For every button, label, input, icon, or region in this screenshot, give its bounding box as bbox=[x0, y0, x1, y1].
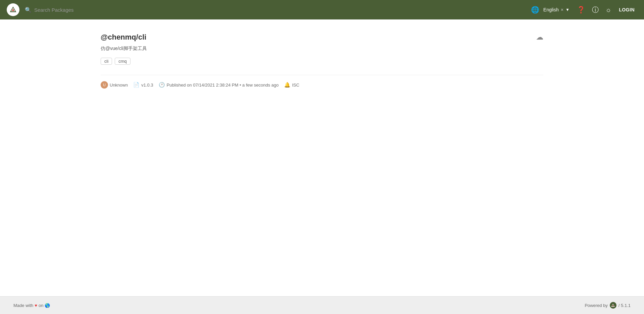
package-meta: U Unknown 📄 v1.0.3 🕐 Published on 07/14/… bbox=[101, 75, 543, 89]
footer: Made with ♥ on 🌎 Powered by / 5.1.1 bbox=[0, 296, 644, 314]
footer-logo bbox=[610, 302, 616, 309]
language-label: English bbox=[543, 7, 559, 12]
powered-by-text: Powered by bbox=[585, 303, 608, 308]
version-icon: 📄 bbox=[133, 82, 140, 88]
help-icon[interactable]: ❓ bbox=[575, 4, 587, 16]
version-meta: 📄 v1.0.3 bbox=[133, 82, 153, 88]
login-button[interactable]: LOGIN bbox=[616, 6, 637, 14]
earth-icon: 🌎 bbox=[45, 303, 50, 308]
package-version: v1.0.3 bbox=[141, 83, 153, 88]
author-meta: U Unknown bbox=[101, 81, 128, 89]
on-text: on bbox=[39, 303, 43, 308]
search-icon: 🔍 bbox=[25, 7, 32, 13]
heart-icon: ♥ bbox=[35, 303, 37, 308]
lang-clear-icon[interactable]: × bbox=[561, 7, 564, 12]
theme-toggle-icon[interactable]: ☼ bbox=[603, 4, 613, 16]
published-date: Published on 07/14/2021 2:38:24 PM • a f… bbox=[167, 83, 279, 88]
info-icon[interactable]: ⓘ bbox=[590, 3, 601, 16]
license-meta: 🔔 ISC bbox=[284, 82, 300, 88]
package-header: @chenmq/cli ☁ bbox=[101, 33, 543, 42]
footer-version: / 5.1.1 bbox=[619, 303, 631, 308]
package-title: @chenmq/cli bbox=[101, 33, 146, 42]
footer-right: Powered by / 5.1.1 bbox=[585, 302, 631, 309]
navbar-right: 🌐 English × ▼ ❓ ⓘ ☼ LOGIN bbox=[526, 2, 637, 17]
search-input[interactable] bbox=[34, 7, 159, 13]
made-with-text: Made with bbox=[13, 303, 33, 308]
footer-left: Made with ♥ on 🌎 bbox=[13, 303, 50, 308]
logo-button[interactable] bbox=[7, 3, 19, 16]
chevron-down-icon: ▼ bbox=[566, 7, 570, 12]
navbar: 🔍 🌐 English × ▼ ❓ ⓘ ☼ LOGIN bbox=[0, 0, 644, 19]
license-icon: 🔔 bbox=[284, 82, 290, 88]
download-cloud-icon[interactable]: ☁ bbox=[536, 33, 543, 42]
clock-icon: 🕐 bbox=[159, 82, 165, 88]
tags-container: cli cmq bbox=[101, 58, 543, 65]
tag-cli[interactable]: cli bbox=[101, 58, 112, 65]
language-selector[interactable]: 🌐 English × ▼ bbox=[526, 2, 572, 17]
tag-cmq[interactable]: cmq bbox=[115, 58, 130, 65]
main-content: @chenmq/cli ☁ 仿@vue/cli脚手架工具 cli cmq U U… bbox=[0, 19, 644, 296]
license-label: ISC bbox=[292, 83, 300, 88]
globe-icon: 🌐 bbox=[529, 4, 541, 16]
published-meta: 🕐 Published on 07/14/2021 2:38:24 PM • a… bbox=[159, 82, 279, 88]
author-name: Unknown bbox=[110, 83, 128, 88]
search-container: 🔍 bbox=[25, 7, 159, 13]
author-avatar: U bbox=[101, 81, 108, 89]
package-description: 仿@vue/cli脚手架工具 bbox=[101, 46, 543, 52]
